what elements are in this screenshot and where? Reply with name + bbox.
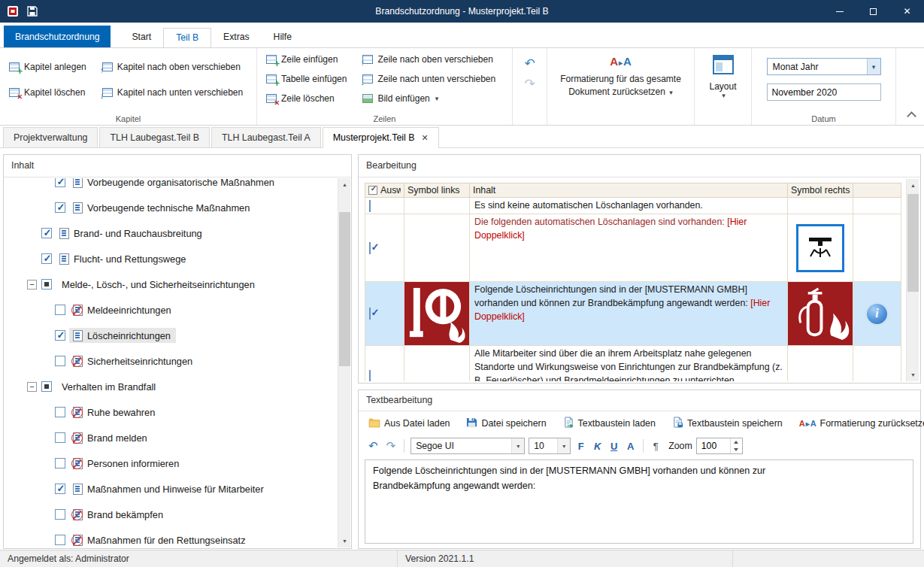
- zoom-input[interactable]: [697, 438, 730, 453]
- spin-up-icon[interactable]: [731, 438, 742, 446]
- doc-tab-projektverwaltung[interactable]: Projektverwaltung: [3, 127, 98, 147]
- checkbox-checked[interactable]: [41, 228, 52, 238]
- aus-datei-laden-button[interactable]: Aus Datei laden: [365, 415, 453, 432]
- pilcrow-button[interactable]: ¶: [650, 441, 662, 452]
- doc-tab-musterprojekt-teil-b[interactable]: Musterprojekt.Teil B✕: [323, 127, 439, 148]
- zeile-nach-oben-button[interactable]: Zeile nach oben verschieben: [358, 51, 499, 68]
- checkbox-unchecked[interactable]: [55, 509, 65, 520]
- ribbon-tab-hilfe[interactable]: Hilfe: [262, 28, 304, 47]
- scroll-up-icon[interactable]: [907, 179, 919, 192]
- ribbon-tab-extras[interactable]: Extras: [211, 28, 262, 47]
- column-header-inhalt[interactable]: Inhalt: [470, 183, 788, 198]
- undo-button[interactable]: ↶: [366, 439, 380, 453]
- undo-button[interactable]: ↶: [524, 57, 535, 70]
- checkbox-checked[interactable]: [369, 242, 371, 254]
- app-menu-button[interactable]: Brandschutzordnung: [4, 26, 111, 47]
- close-button[interactable]: ✕: [890, 0, 924, 23]
- bold-button[interactable]: F: [574, 441, 587, 452]
- checkbox-unchecked[interactable]: [55, 458, 65, 468]
- tree-item[interactable]: Maßnahmen für den Rettungseinsatz: [4, 527, 337, 547]
- text-editor[interactable]: Folgende Löscheinrichtungen sind in der …: [365, 459, 913, 544]
- spin-down-icon[interactable]: [731, 446, 742, 453]
- tree-item[interactable]: Sicherheitseinrichtungen: [4, 348, 337, 374]
- save-icon[interactable]: [26, 5, 38, 17]
- minimize-button[interactable]: [823, 0, 856, 23]
- inhalt-cell[interactable]: Die folgenden automatischen Löschanlagen…: [470, 214, 788, 282]
- tree-item[interactable]: Brand bekämpfen: [4, 502, 337, 527]
- scroll-up-icon[interactable]: [338, 178, 351, 191]
- table-row[interactable]: Die folgenden automatischen Löschanlagen…: [365, 214, 901, 282]
- inhalt-cell[interactable]: Alle Mitarbeiter sind über die an ihrem …: [470, 346, 788, 382]
- scrollbar-thumb[interactable]: [907, 194, 919, 292]
- table-row-selected[interactable]: Folgende Löscheinrichtungen sind in der …: [365, 282, 901, 346]
- tree-item[interactable]: Vorbeugende organisatorische Maßnahmen: [4, 178, 337, 195]
- checkbox-checked[interactable]: [369, 308, 371, 320]
- tree-item[interactable]: Ruhe bewahren: [4, 399, 337, 425]
- inhalt-cell[interactable]: Folgende Löscheinrichtungen sind in der …: [470, 282, 788, 346]
- scroll-down-icon[interactable]: [338, 535, 351, 547]
- tree-item[interactable]: Meldeeinrichtungen: [4, 297, 337, 323]
- scrollbar-thumb[interactable]: [339, 212, 350, 366]
- checkbox-checked[interactable]: [41, 253, 52, 264]
- column-header-symbol-links[interactable]: Symbol links: [404, 183, 470, 198]
- checkbox-checked[interactable]: [55, 484, 65, 494]
- format-reset-button[interactable]: Formatierung für das gesamte Dokument zu…: [552, 48, 689, 125]
- column-header-auswahl[interactable]: Auswahl: [365, 183, 404, 198]
- checkbox-partial[interactable]: [41, 381, 52, 392]
- table-row[interactable]: Alle Mitarbeiter sind über die an ihrem …: [365, 346, 901, 382]
- select-all-checkbox-icon[interactable]: [368, 186, 377, 195]
- kapitel-nach-unten-button[interactable]: Kapitel nach unten verschieben: [98, 84, 247, 101]
- bild-einfuegen-button[interactable]: Bild einfügen▾: [358, 90, 499, 107]
- italic-button[interactable]: K: [591, 441, 604, 452]
- tabelle-einfuegen-button[interactable]: Tabelle einfügen: [262, 71, 350, 87]
- collapse-ribbon-button[interactable]: [905, 110, 917, 120]
- checkbox-unchecked[interactable]: [55, 356, 65, 366]
- tree-item[interactable]: Brand- und Rauchausbreitung: [4, 220, 337, 246]
- checkbox-unchecked[interactable]: [55, 432, 65, 443]
- font-family-select[interactable]: Segoe UI ▾: [410, 438, 525, 454]
- tree-scrollbar[interactable]: [338, 178, 350, 547]
- checkbox-partial[interactable]: [41, 279, 52, 290]
- kapitel-anlegen-button[interactable]: Kapitel anlegen: [5, 59, 90, 75]
- zeile-nach-unten-button[interactable]: Zeile nach unten verschieben: [358, 71, 499, 87]
- checkbox-unchecked[interactable]: [55, 407, 65, 417]
- tree-item[interactable]: Flucht- und Rettungswege: [4, 246, 337, 271]
- checkbox-unchecked[interactable]: [369, 200, 371, 212]
- tree-item[interactable]: −Verhalten im Brandfall: [4, 374, 337, 399]
- tree-item[interactable]: Personen informieren: [4, 450, 337, 476]
- table-scrollbar[interactable]: [906, 179, 919, 381]
- redo-button[interactable]: ↷: [524, 77, 535, 90]
- doc-tab-tlh-laubegast-teil-a[interactable]: TLH Laubegast.Teil A: [211, 127, 321, 147]
- checkbox-checked[interactable]: [55, 330, 65, 341]
- info-icon[interactable]: [867, 304, 887, 324]
- ribbon-tab-start[interactable]: Start: [120, 28, 163, 47]
- zoom-spinner[interactable]: [696, 438, 743, 454]
- scroll-down-icon[interactable]: [907, 368, 919, 381]
- tree-item[interactable]: −Melde-, Lösch-, und Sicherheitseinricht…: [4, 271, 337, 297]
- tree-item[interactable]: Brand melden: [4, 425, 337, 450]
- kapitel-loeschen-button[interactable]: Kapitel löschen: [5, 84, 90, 101]
- table-row[interactable]: Es sind keine automatischen Löschanlagen…: [365, 198, 901, 214]
- zeile-loeschen-button[interactable]: Zeile löschen: [262, 90, 350, 107]
- ribbon-tab-teil-b[interactable]: Teil B: [163, 28, 211, 48]
- sprinkler-symbol[interactable]: [796, 224, 844, 272]
- datei-speichern-button[interactable]: Datei speichern: [462, 415, 550, 432]
- checkbox-unchecked[interactable]: [55, 535, 65, 545]
- date-format-select[interactable]: Monat Jahr ▾: [767, 58, 881, 75]
- collapse-expander-icon[interactable]: −: [27, 382, 37, 392]
- font-size-select[interactable]: 10 ▾: [529, 438, 571, 454]
- redo-button[interactable]: ↷: [384, 439, 398, 453]
- collapse-expander-icon[interactable]: −: [27, 280, 37, 290]
- textbaustein-laden-button[interactable]: Textbaustein laden: [559, 415, 659, 432]
- checkbox-unchecked[interactable]: [369, 370, 371, 382]
- date-value-input[interactable]: [767, 83, 881, 101]
- textbaustein-speichern-button[interactable]: Textbaustein speichern: [668, 415, 786, 432]
- doc-tab-tlh-laubegast-teil-b[interactable]: TLH Laubegast.Teil B: [99, 127, 209, 147]
- maximize-button[interactable]: [856, 0, 890, 23]
- layout-button[interactable]: Layout ▾: [699, 48, 747, 125]
- underline-button[interactable]: U: [607, 441, 620, 452]
- tree-item-selected[interactable]: Löscheinrichtungen: [4, 323, 337, 348]
- kapitel-nach-oben-button[interactable]: Kapitel nach oben verschieben: [98, 59, 247, 75]
- close-tab-icon[interactable]: ✕: [422, 133, 429, 142]
- zeile-einfuegen-button[interactable]: Zeile einfügen: [262, 51, 350, 68]
